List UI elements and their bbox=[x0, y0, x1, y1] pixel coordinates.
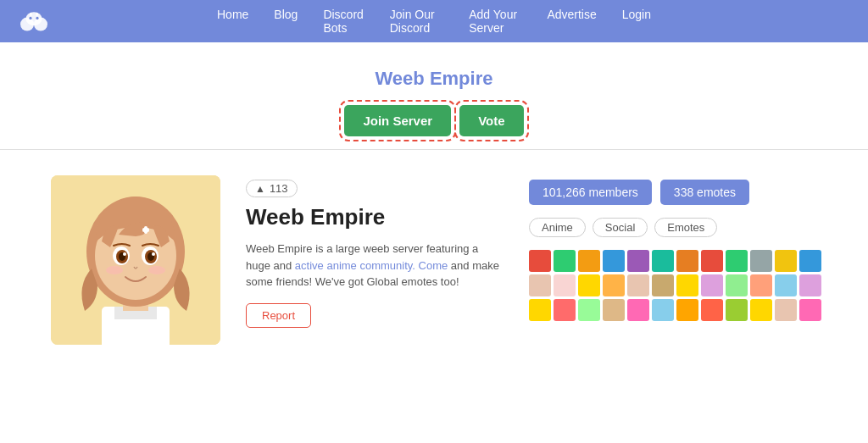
svg-point-22 bbox=[152, 252, 155, 256]
tags-row: Anime Social Emotes bbox=[529, 218, 817, 237]
desc-link-active[interactable]: active anime community. Come bbox=[295, 259, 448, 272]
emote-cell bbox=[627, 250, 649, 272]
nav-home[interactable]: Home bbox=[217, 8, 248, 35]
site-header: Home Blog Discord Bots Join Our Discord … bbox=[0, 0, 868, 42]
emote-cell bbox=[529, 274, 551, 296]
emote-cell bbox=[603, 250, 625, 272]
stats-badges-row: 101,266 members 338 emotes bbox=[529, 180, 817, 205]
members-badge[interactable]: 101,266 members bbox=[529, 180, 652, 205]
server-info: ▲ 113 Weeb Empire Weeb Empire is a large… bbox=[246, 175, 504, 345]
emote-cell bbox=[578, 299, 600, 321]
emote-cell bbox=[799, 274, 821, 296]
server-avatar bbox=[51, 175, 220, 345]
emote-cell bbox=[799, 250, 821, 272]
svg-point-23 bbox=[106, 266, 123, 274]
emote-cell bbox=[775, 274, 797, 296]
svg-point-3 bbox=[29, 17, 31, 19]
upvote-badge[interactable]: ▲ 113 bbox=[246, 180, 298, 197]
emote-cell bbox=[529, 250, 551, 272]
upvote-count: 113 bbox=[270, 182, 288, 195]
nav-join-discord[interactable]: Join Our Discord bbox=[390, 8, 444, 35]
svg-rect-14 bbox=[144, 226, 147, 234]
nav-advertise[interactable]: Advertise bbox=[547, 8, 596, 35]
server-name-heading: Weeb Empire bbox=[246, 204, 504, 230]
nav-blog[interactable]: Blog bbox=[274, 8, 298, 35]
nav-login[interactable]: Login bbox=[622, 8, 651, 35]
emote-cell bbox=[676, 274, 698, 296]
upvote-arrow-icon: ▲ bbox=[255, 183, 265, 195]
emote-cell bbox=[775, 250, 797, 272]
emotes-grid bbox=[529, 250, 817, 321]
logo-area[interactable] bbox=[17, 8, 51, 34]
emote-cell bbox=[627, 274, 649, 296]
tag-anime[interactable]: Anime bbox=[529, 218, 586, 237]
emote-cell bbox=[701, 299, 723, 321]
emote-cell bbox=[529, 299, 551, 321]
emote-cell bbox=[775, 299, 797, 321]
emote-cell bbox=[578, 274, 600, 296]
server-page-title: Weeb Empire bbox=[376, 68, 493, 90]
svg-point-24 bbox=[148, 266, 165, 274]
main-content: ▲ 113 Weeb Empire Weeb Empire is a large… bbox=[0, 167, 868, 353]
emote-cell bbox=[652, 274, 674, 296]
emote-cell bbox=[652, 250, 674, 272]
tag-emotes[interactable]: Emotes bbox=[654, 218, 717, 237]
site-logo-icon bbox=[17, 8, 51, 34]
emote-cell bbox=[578, 250, 600, 272]
emote-cell bbox=[676, 250, 698, 272]
server-stats: 101,266 members 338 emotes Anime Social … bbox=[529, 175, 817, 345]
server-description: Weeb Empire is a large weeb server featu… bbox=[246, 241, 504, 291]
emote-cell bbox=[652, 299, 674, 321]
main-nav: Home Blog Discord Bots Join Our Discord … bbox=[217, 8, 651, 35]
nav-discord-bots[interactable]: Discord Bots bbox=[323, 8, 364, 35]
vote-button[interactable]: Vote bbox=[459, 105, 523, 136]
emote-cell bbox=[701, 274, 723, 296]
svg-rect-6 bbox=[36, 13, 37, 16]
emote-cell bbox=[603, 299, 625, 321]
svg-point-4 bbox=[36, 17, 38, 19]
emote-cell bbox=[603, 274, 625, 296]
tag-social[interactable]: Social bbox=[593, 218, 648, 237]
emote-cell bbox=[554, 299, 576, 321]
emote-cell bbox=[750, 274, 772, 296]
emote-cell bbox=[750, 299, 772, 321]
join-server-button[interactable]: Join Server bbox=[344, 105, 451, 136]
section-divider bbox=[0, 149, 868, 150]
emote-cell bbox=[726, 299, 748, 321]
emote-cell bbox=[554, 274, 576, 296]
emote-cell bbox=[799, 299, 821, 321]
svg-point-2 bbox=[25, 12, 42, 25]
emote-cell bbox=[726, 274, 748, 296]
action-buttons: Join Server Vote bbox=[344, 105, 523, 136]
server-title-area: Weeb Empire Join Server Vote bbox=[0, 42, 868, 149]
svg-point-21 bbox=[123, 252, 126, 256]
svg-rect-5 bbox=[30, 13, 31, 16]
emote-cell bbox=[627, 299, 649, 321]
emote-cell bbox=[750, 250, 772, 272]
emote-cell bbox=[676, 299, 698, 321]
emotes-badge[interactable]: 338 emotes bbox=[660, 180, 749, 205]
nav-add-server[interactable]: Add Your Server bbox=[469, 8, 521, 35]
emote-cell bbox=[726, 250, 748, 272]
report-button[interactable]: Report bbox=[246, 303, 311, 328]
emote-cell bbox=[554, 250, 576, 272]
server-avatar-image bbox=[51, 175, 220, 345]
emote-cell bbox=[701, 250, 723, 272]
